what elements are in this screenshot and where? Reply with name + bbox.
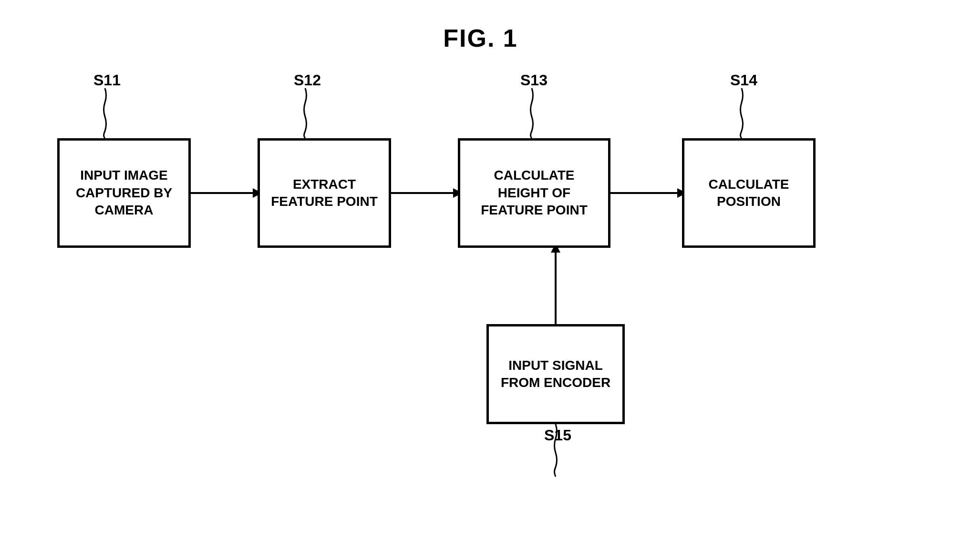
step-label-s12: S12 — [294, 71, 321, 89]
diagram-container: FIG. 1 S11 S12 S13 S14 S15 INPUT IMAGECA… — [0, 0, 961, 560]
figure-title: FIG. 1 — [0, 0, 961, 52]
box-s14-text: CALCULATEPOSITION — [708, 176, 789, 211]
box-s13: CALCULATEHEIGHT OFFEATURE POINT — [458, 138, 610, 248]
box-s15-text: INPUT SIGNALFROM ENCODER — [501, 357, 610, 392]
step-label-s15: S15 — [544, 427, 571, 444]
box-s12-text: EXTRACTFEATURE POINT — [271, 176, 377, 211]
box-s12: EXTRACTFEATURE POINT — [258, 138, 391, 248]
box-s13-text: CALCULATEHEIGHT OFFEATURE POINT — [481, 167, 587, 219]
box-s14: CALCULATEPOSITION — [682, 138, 816, 248]
arrows-svg — [0, 0, 961, 560]
step-label-s13: S13 — [520, 71, 548, 89]
box-s15: INPUT SIGNALFROM ENCODER — [486, 324, 625, 424]
step-label-s11: S11 — [93, 71, 121, 89]
box-s11: INPUT IMAGECAPTURED BYCAMERA — [57, 138, 191, 248]
step-label-s14: S14 — [730, 71, 757, 89]
box-s11-text: INPUT IMAGECAPTURED BYCAMERA — [76, 167, 172, 219]
